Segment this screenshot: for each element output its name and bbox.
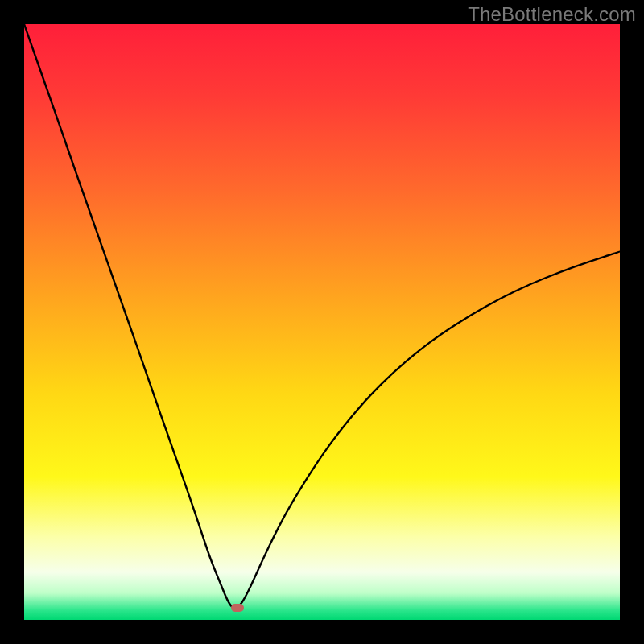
plot-area <box>24 24 620 620</box>
optimal-point-marker <box>231 604 244 612</box>
chart-frame: TheBottleneck.com <box>0 0 644 644</box>
bottleneck-curve <box>24 24 620 620</box>
watermark-text: TheBottleneck.com <box>468 3 636 26</box>
